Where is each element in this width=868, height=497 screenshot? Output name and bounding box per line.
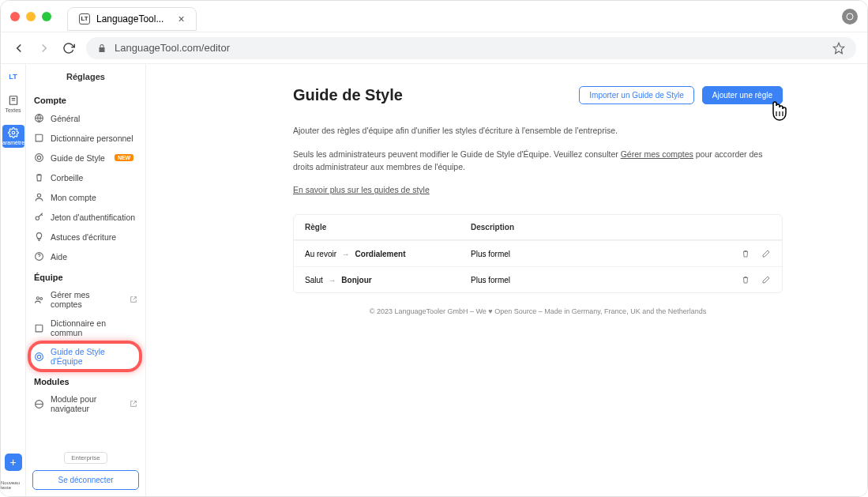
rule-desc: Plus formel bbox=[471, 276, 723, 284]
lock-icon bbox=[97, 43, 107, 53]
page-title: Guide de Style bbox=[293, 86, 403, 104]
sidebar-item-mon-compte[interactable]: Mon compte bbox=[26, 187, 145, 207]
sidebar-title: Réglages bbox=[26, 64, 145, 89]
arrow-icon: → bbox=[342, 250, 350, 258]
sidebar-item-jeton[interactable]: Jeton d'authentification bbox=[26, 207, 145, 227]
svg-point-7 bbox=[36, 154, 43, 162]
rule-from: Salut bbox=[305, 276, 323, 284]
rule-to: Cordialement bbox=[355, 250, 406, 258]
col-rule-header: Règle bbox=[305, 223, 471, 232]
address-bar: LanguageTool.com/editor bbox=[1, 32, 867, 64]
main-content: Guide de Style Importer un Guide de Styl… bbox=[146, 64, 867, 496]
sidebar-item-label: Dictionnaire personnel bbox=[51, 134, 133, 143]
sidebar-item-corbeille[interactable]: Corbeille bbox=[26, 168, 145, 187]
svg-point-13 bbox=[40, 297, 43, 299]
reload-button[interactable] bbox=[62, 42, 75, 55]
key-icon bbox=[34, 212, 44, 222]
sidebar-item-aide[interactable]: Aide bbox=[26, 247, 145, 266]
svg-point-0 bbox=[847, 13, 853, 20]
left-rail: LT Textes Paramètres + Nouveau texte bbox=[1, 64, 26, 496]
sidebar-item-dictionnaire-personnel[interactable]: Dictionnaire personnel bbox=[26, 128, 145, 148]
bookmark-star-icon[interactable] bbox=[832, 42, 845, 55]
delete-rule-icon[interactable] bbox=[741, 249, 750, 258]
rules-table: Règle Description Au revoir → Cordialeme… bbox=[293, 214, 783, 293]
section-equipe: Équipe bbox=[26, 266, 145, 285]
svg-point-12 bbox=[36, 296, 39, 299]
enterprise-badge: Enterprise bbox=[64, 452, 107, 464]
sidebar-item-gerer-comptes[interactable]: Gérer mes comptes bbox=[26, 285, 145, 314]
users-icon bbox=[34, 295, 44, 305]
browser-tab[interactable]: LT LanguageTool... × bbox=[67, 7, 197, 31]
forward-button[interactable] bbox=[37, 41, 51, 55]
logout-button[interactable]: Se déconnecter bbox=[32, 470, 139, 490]
edit-rule-icon[interactable] bbox=[761, 249, 771, 258]
rail-new-label: Nouveau texte bbox=[1, 480, 25, 490]
rail-settings[interactable]: Paramètres bbox=[2, 125, 24, 148]
maximize-window-button[interactable] bbox=[42, 12, 51, 21]
sidebar-item-guide-de-style[interactable]: Guide de Style NEW bbox=[26, 148, 145, 168]
rail-textes[interactable]: Textes bbox=[2, 92, 24, 115]
sidebar-item-label: Jeton d'authentification bbox=[51, 213, 135, 222]
sidebar-item-module-navigateur[interactable]: Module pour navigateur bbox=[26, 390, 145, 418]
help-icon bbox=[34, 251, 44, 262]
table-row: Au revoir → Cordialement Plus formel bbox=[294, 240, 782, 266]
rail-logo[interactable]: LT bbox=[2, 70, 24, 83]
minimize-window-button[interactable] bbox=[26, 12, 36, 21]
delete-rule-icon[interactable] bbox=[741, 275, 750, 284]
bulb-icon bbox=[34, 232, 44, 242]
cursor-hand-icon bbox=[765, 99, 791, 126]
svg-point-14 bbox=[36, 352, 43, 360]
profile-circle-icon[interactable] bbox=[842, 9, 858, 24]
svg-point-10 bbox=[36, 216, 39, 220]
sidebar-item-astuces[interactable]: Astuces d'écriture bbox=[26, 227, 145, 247]
description-line-1: Ajouter des règles d'équipe afin d'unifi… bbox=[293, 125, 783, 137]
edit-rule-icon[interactable] bbox=[761, 275, 771, 284]
globe-icon bbox=[34, 399, 44, 409]
svg-point-9 bbox=[37, 194, 40, 197]
svg-point-15 bbox=[37, 355, 40, 358]
sidebar-item-label: Dictionnaire en commun bbox=[51, 318, 137, 337]
import-style-guide-button[interactable]: Importer un Guide de Style bbox=[579, 86, 694, 104]
sidebar-item-label: Gérer mes comptes bbox=[51, 290, 123, 309]
user-icon bbox=[34, 192, 44, 202]
rail-new-text-button[interactable]: + bbox=[5, 454, 22, 471]
browser-window: LT LanguageTool... × LanguageTool.com/ed… bbox=[0, 0, 868, 497]
sidebar-item-label: Général bbox=[51, 114, 80, 123]
url-text: LanguageTool.com/editor bbox=[115, 42, 230, 54]
sidebar-item-label: Mon compte bbox=[51, 193, 96, 202]
target-icon bbox=[34, 352, 44, 362]
svg-point-5 bbox=[12, 131, 15, 134]
sidebar-item-guide-style-equipe[interactable]: Guide de Style d'Équipe bbox=[26, 342, 145, 371]
sidebar-item-label: Aide bbox=[51, 252, 67, 262]
table-header: Règle Description bbox=[294, 215, 782, 240]
svg-point-8 bbox=[37, 156, 40, 159]
titlebar: LT LanguageTool... × bbox=[1, 1, 867, 32]
rule-desc: Plus formel bbox=[471, 250, 723, 258]
url-field[interactable]: LanguageTool.com/editor bbox=[86, 37, 856, 59]
book-icon bbox=[34, 133, 44, 143]
sidebar-item-label: Astuces d'écriture bbox=[51, 232, 116, 242]
globe-icon bbox=[34, 113, 44, 123]
close-window-button[interactable] bbox=[10, 12, 20, 21]
manage-accounts-link[interactable]: Gérer mes comptes bbox=[621, 149, 693, 159]
sidebar-item-general[interactable]: Général bbox=[26, 108, 145, 128]
sidebar-item-label: Corbeille bbox=[51, 173, 83, 183]
col-desc-header: Description bbox=[471, 223, 723, 232]
traffic-lights bbox=[10, 12, 51, 21]
rule-to: Bonjour bbox=[341, 276, 371, 284]
sidebar-item-label: Module pour navigateur bbox=[51, 394, 123, 413]
new-badge: NEW bbox=[115, 154, 133, 161]
learn-more-link[interactable]: En savoir plus sur les guides de style bbox=[293, 184, 430, 197]
sidebar-item-dictionnaire-commun[interactable]: Dictionnaire en commun bbox=[26, 314, 145, 342]
close-tab-icon[interactable]: × bbox=[178, 13, 184, 25]
app-content: LT Textes Paramètres + Nouveau texte Rég… bbox=[1, 64, 867, 496]
section-compte: Compte bbox=[26, 89, 145, 108]
description-line-2: Seuls les administrateurs peuvent modifi… bbox=[293, 149, 783, 174]
svg-marker-1 bbox=[833, 43, 844, 53]
favicon-icon: LT bbox=[79, 13, 90, 24]
back-button[interactable] bbox=[12, 41, 26, 55]
section-modules: Modules bbox=[26, 371, 145, 390]
footer-text: © 2023 LanguageTooler GmbH – We ♥ Open S… bbox=[293, 307, 783, 315]
sidebar-item-label: Guide de Style bbox=[51, 153, 105, 163]
tab-title: LanguageTool... bbox=[96, 13, 163, 24]
